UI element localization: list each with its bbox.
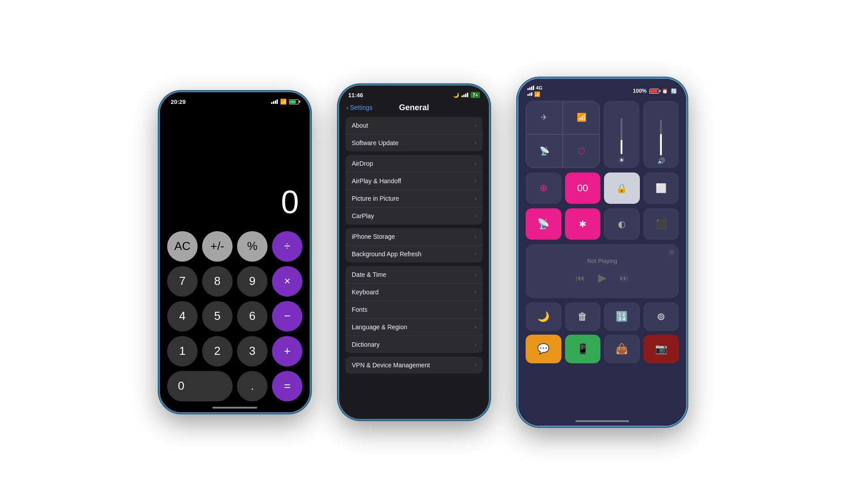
camera-icon: 📷 (655, 343, 667, 355)
settings-row-datetime[interactable]: Date & Time › (345, 266, 483, 283)
wifi-icon: 📶 (280, 99, 287, 105)
fast-forward-button[interactable]: ⏭ (620, 273, 629, 283)
chevron-right-icon: › (475, 324, 476, 330)
button-equals[interactable]: = (272, 371, 302, 401)
personal-hotspot-button[interactable]: 📡 (526, 208, 561, 240)
button-6[interactable]: 6 (237, 301, 268, 332)
extra-icon: ⬛ (656, 219, 667, 229)
wallet-tile[interactable]: 👜 (604, 335, 640, 363)
phone-icon: 📱 (577, 343, 589, 355)
settings-row-carplay[interactable]: CarPlay › (345, 207, 483, 224)
phone-tile[interactable]: 📱 (565, 335, 601, 363)
button-0[interactable]: 0 (167, 371, 233, 401)
play-button[interactable]: ▶ (598, 271, 606, 284)
settings-row-pip[interactable]: Picture in Picture › (345, 190, 483, 207)
wifi-button[interactable]: 📡 (526, 134, 563, 168)
extra-button[interactable]: ⬛ (643, 208, 679, 240)
button-plus-minus[interactable]: +/- (202, 231, 233, 262)
button-4[interactable]: 4 (167, 301, 198, 332)
chevron-right-icon: › (475, 341, 476, 348)
button-5[interactable]: 5 (202, 301, 233, 332)
chevron-right-icon: › (475, 306, 476, 313)
settings-row-keyboard[interactable]: Keyboard › (345, 283, 483, 301)
rewind-button[interactable]: ⏮ (576, 273, 585, 283)
wallet-icon: 👜 (616, 343, 628, 355)
calculator-display: 0 (160, 109, 310, 228)
battery-icon (649, 89, 659, 94)
calculator-tile[interactable]: 🔢 (604, 302, 640, 331)
chevron-right-icon: › (475, 289, 476, 295)
screen-mirror-button[interactable]: ⬜ (643, 172, 679, 204)
settings-row-dictionary[interactable]: Dictionary › (345, 336, 483, 353)
cellular-button[interactable]: 📶 (563, 101, 600, 134)
settings-row-storage[interactable]: iPhone Storage › (345, 228, 483, 245)
airplay-icon[interactable]: ⊞ (669, 249, 674, 256)
lock-icon: 🔒 (616, 183, 627, 194)
button-8[interactable]: 8 (202, 266, 233, 297)
radio-tile[interactable]: ⊚ (643, 302, 679, 331)
control-center-content: ✈ 📶 📡 ⬡ ☀ 🔊 (518, 101, 686, 426)
button-multiply[interactable]: × (272, 266, 302, 297)
status-icons: 🌙 7+ (453, 92, 480, 98)
bluetooth-button[interactable]: ⬡ (563, 134, 600, 168)
music-tile[interactable]: ⊞ Not Playing ⏮ ▶ ⏭ (526, 244, 679, 298)
settings-row-fonts[interactable]: Fonts › (345, 301, 483, 318)
button-ac[interactable]: AC (167, 231, 198, 262)
settings-row-software-update[interactable]: Software Update › (345, 134, 483, 151)
brightness-tile[interactable]: ☀ (604, 101, 639, 168)
settings-row-airdrop[interactable]: AirDrop › (345, 155, 483, 172)
button-7[interactable]: 7 (167, 266, 198, 297)
top-controls: ✈ 📶 📡 ⬡ ☀ 🔊 (526, 101, 679, 168)
bt-icon: ✱ (579, 219, 587, 229)
page-title: General (399, 103, 429, 112)
button-9[interactable]: 9 (237, 266, 268, 297)
icon-buttons-row2: 📡 ✱ ◐ ⬛ (526, 208, 679, 240)
bottom-app-tiles: 🌙 🗑 🔢 ⊚ 💬 📱 👜 (526, 302, 679, 363)
button-percent[interactable]: % (237, 231, 268, 262)
lock-rotation-button[interactable]: 🔒 (604, 172, 640, 204)
signal-icon (527, 86, 534, 90)
alarm-icon: ⏰ (662, 88, 668, 94)
button-1[interactable]: 1 (167, 336, 198, 366)
settings-row-refresh[interactable]: Background App Refresh › (345, 245, 483, 263)
settings-row-vpn[interactable]: VPN & Device Management › (345, 357, 483, 374)
moon-tile[interactable]: 🌙 (526, 302, 561, 331)
stopwatch-icon: 00 (577, 182, 588, 194)
trash-tile[interactable]: 🗑 (565, 302, 601, 331)
camera-tile[interactable]: 📷 (643, 335, 679, 363)
moon-icon: 🌙 (453, 92, 459, 98)
settings-phone: 11:46 🌙 7+ ‹ Settings General (338, 84, 490, 420)
back-button[interactable]: ‹ Settings (346, 104, 372, 111)
cellular-signal: 4G (527, 85, 543, 90)
calculator-screen: 20:29 📶 0 AC +/- (160, 92, 310, 412)
airplane-mode-button[interactable]: ✈ (526, 101, 563, 134)
dark-mode-button[interactable]: ◐ (604, 208, 640, 240)
button-add[interactable]: + (272, 336, 302, 366)
chevron-right-icon: › (475, 233, 476, 240)
music-controls: ⏮ ▶ ⏭ (576, 271, 629, 284)
focus-button[interactable]: ⊕ (526, 172, 561, 204)
volume-tile[interactable]: 🔊 (643, 101, 679, 168)
volume-icon: 🔊 (657, 157, 665, 164)
settings-row-about[interactable]: About › (345, 117, 483, 134)
messages-tile[interactable]: 💬 (526, 335, 561, 363)
button-2[interactable]: 2 (202, 336, 233, 366)
settings-group-4: Date & Time › Keyboard › Fonts › Languag… (345, 266, 483, 353)
home-indicator (575, 420, 629, 422)
chevron-right-icon: › (475, 195, 476, 202)
settings-row-airplay[interactable]: AirPlay & Handoff › (345, 172, 483, 190)
button-subtract[interactable]: − (272, 301, 302, 332)
mirror-icon: ⬜ (656, 183, 667, 194)
focus-icon: ⊕ (540, 182, 548, 194)
button-decimal[interactable]: . (237, 371, 268, 401)
button-3[interactable]: 3 (237, 336, 268, 366)
time-display: 11:46 (348, 92, 363, 99)
settings-row-language[interactable]: Language & Region › (345, 318, 483, 336)
chevron-right-icon: › (475, 140, 476, 146)
status-icons: 📶 (271, 99, 299, 105)
messages-icon: 💬 (537, 343, 549, 355)
bluetooth-extra-button[interactable]: ✱ (565, 208, 601, 240)
button-divide[interactable]: ÷ (272, 231, 302, 262)
wifi-area: 📶 (527, 91, 543, 97)
stopwatch-button[interactable]: 00 (565, 172, 601, 204)
